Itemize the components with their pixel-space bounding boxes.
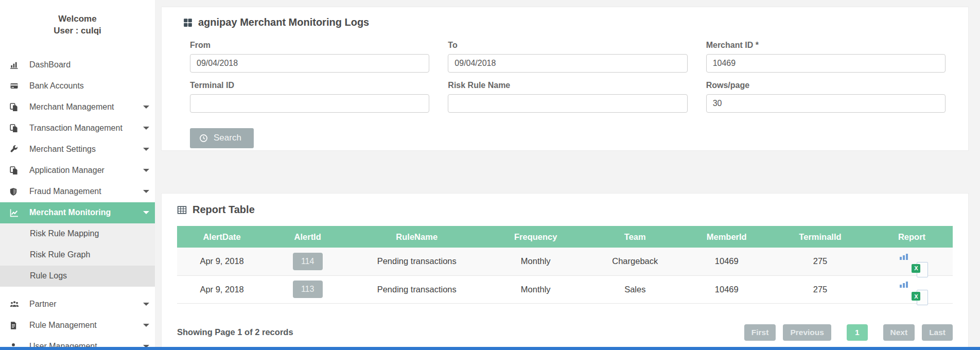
cell-team: Chargeback <box>586 248 684 275</box>
sidebar-item-partner[interactable]: Partner <box>0 294 155 315</box>
chevron-down-icon <box>143 106 149 109</box>
alert-id-button[interactable]: 113 <box>293 281 323 298</box>
cell-alert-date: Apr 9, 2018 <box>177 248 267 275</box>
merchant-id-input[interactable] <box>706 54 946 73</box>
clock-icon <box>199 134 208 143</box>
pagination-last-button[interactable]: Last <box>922 324 953 341</box>
sidebar-item-fraud-management[interactable]: Fraud Management <box>0 181 155 202</box>
column-header-memberid: MemberId <box>684 226 769 248</box>
shield-icon <box>9 187 21 196</box>
sidebar-item-dashboard[interactable]: DashBoard <box>0 55 155 76</box>
column-header-alertid: AlertId <box>267 226 348 248</box>
excel-chart-bars <box>900 254 908 260</box>
rows-per-page-input[interactable] <box>706 94 946 113</box>
report-table: AlertDate AlertId RuleName Frequency Tea… <box>177 226 953 304</box>
excel-chart-bars <box>900 282 908 288</box>
sidebar-item-label: Partner <box>29 300 56 309</box>
alert-id-button[interactable]: 114 <box>293 253 323 270</box>
sidebar-item-rule-logs[interactable]: Rule Logs <box>0 266 155 287</box>
sidebar-item-label: Merchant Settings <box>29 145 96 154</box>
background-window-edge <box>0 347 980 350</box>
pagination-next-button[interactable]: Next <box>883 324 915 341</box>
page-title: agnipay Merchant Monitoring Logs <box>198 16 369 28</box>
chevron-down-icon <box>143 148 149 151</box>
credit-card-icon <box>9 82 21 90</box>
chevron-down-icon <box>143 169 149 172</box>
submenu-item-label: Rule Logs <box>30 271 67 281</box>
field-from: From <box>190 32 429 73</box>
excel-x-glyph: X <box>912 264 920 273</box>
column-header-frequency: Frequency <box>485 226 586 248</box>
column-header-alertdate: AlertDate <box>177 226 267 248</box>
pagination-first-button[interactable]: First <box>744 324 776 341</box>
sidebar-item-merchant-management[interactable]: Merchant Management <box>0 97 155 118</box>
sidebar-item-rule-management[interactable]: Rule Management <box>0 315 155 336</box>
cell-terminal-id: 275 <box>769 275 871 303</box>
sidebar-item-label: Bank Accounts <box>29 81 84 91</box>
sidebar-item-bank-accounts[interactable]: Bank Accounts <box>0 76 155 97</box>
submenu-item-label: Risk Rule Graph <box>30 250 90 259</box>
sidebar-item-label: DashBoard <box>29 60 71 69</box>
sidebar-item-risk-rule-graph[interactable]: Risk Rule Graph <box>0 244 155 266</box>
column-header-team: Team <box>586 226 684 248</box>
risk-rule-name-input[interactable] <box>448 94 687 113</box>
excel-x-glyph: X <box>912 292 920 301</box>
field-risk-rule-name: Risk Rule Name <box>448 73 687 113</box>
copy-icon <box>9 103 21 112</box>
pagination-page-1-button[interactable]: 1 <box>847 324 868 341</box>
column-header-terminalid: TerminalId <box>769 226 871 248</box>
terminal-id-input[interactable] <box>190 94 429 113</box>
th-large-icon <box>183 18 192 27</box>
cell-member-id: 10469 <box>684 248 769 275</box>
cell-terminal-id: 275 <box>769 248 871 275</box>
table-header-row: AlertDate AlertId RuleName Frequency Tea… <box>177 226 953 248</box>
report-table-title: Report Table <box>192 204 255 216</box>
sidebar-item-label: Merchant Management <box>29 102 114 112</box>
cell-team: Sales <box>586 275 684 303</box>
report-card-title: Report Table <box>177 204 953 216</box>
field-terminal-id: Terminal ID <box>190 73 429 113</box>
sidebar-item-merchant-settings[interactable]: Merchant Settings <box>0 139 155 160</box>
submenu-item-label: Risk Rule Mapping <box>30 229 99 238</box>
cell-alert-date: Apr 9, 2018 <box>177 275 267 303</box>
table-icon <box>177 205 187 215</box>
search-button[interactable]: Search <box>190 128 254 148</box>
table-row: Apr 9, 2018 113 Pending transactions Mon… <box>177 275 953 303</box>
sidebar-nav: DashBoard Bank Accounts Merchant Managem… <box>0 55 155 350</box>
column-header-rulename: RuleName <box>348 226 485 248</box>
pagination-previous-button[interactable]: Previous <box>783 324 831 341</box>
table-row: Apr 9, 2018 114 Pending transactions Mon… <box>177 248 953 275</box>
sidebar-item-label: Rule Management <box>29 321 97 330</box>
table-footer: Showing Page 1 of 2 records First Previo… <box>177 324 953 341</box>
pagination: First Previous 1 Next Last <box>744 324 953 341</box>
search-button-label: Search <box>214 133 241 143</box>
report-card: Report Table AlertDate AlertId RuleName … <box>161 193 969 350</box>
merchant-monitoring-submenu: Risk Rule Mapping Risk Rule Graph Rule L… <box>0 223 155 287</box>
terminal-id-label: Terminal ID <box>190 81 429 90</box>
sidebar-item-merchant-monitoring[interactable]: Merchant Monitoring <box>0 202 155 223</box>
sidebar-item-application-manager[interactable]: Application Manager <box>0 160 155 181</box>
cell-frequency: Monthly <box>485 275 586 303</box>
sidebar-item-transaction-management[interactable]: Transaction Management <box>0 118 155 139</box>
showing-records-text: Showing Page 1 of 2 records <box>177 327 293 337</box>
filter-card: agnipay Merchant Monitoring Logs From To… <box>161 7 969 151</box>
cell-rule-name: Pending transactions <box>348 275 485 303</box>
rows-per-page-label: Rows/page <box>706 81 946 90</box>
welcome-user: User : culqi <box>0 25 155 37</box>
chevron-down-icon <box>143 190 149 193</box>
copy-icon <box>9 166 21 175</box>
cell-frequency: Monthly <box>485 248 586 275</box>
file-text-icon <box>9 321 21 330</box>
sidebar-item-label: Application Manager <box>29 166 104 175</box>
filter-form: From To Merchant ID * Terminal ID Risk R… <box>190 32 946 113</box>
merchant-id-label: Merchant ID * <box>706 41 946 50</box>
chevron-down-icon <box>143 303 149 306</box>
risk-rule-name-label: Risk Rule Name <box>448 81 687 90</box>
welcome-line: Welcome <box>0 13 155 25</box>
to-input[interactable] <box>448 54 687 73</box>
field-rows-per-page: Rows/page <box>706 73 946 113</box>
main-content: agnipay Merchant Monitoring Logs From To… <box>161 0 969 350</box>
bar-chart-icon <box>9 61 21 69</box>
from-input[interactable] <box>190 54 429 73</box>
sidebar-item-risk-rule-mapping[interactable]: Risk Rule Mapping <box>0 223 155 244</box>
